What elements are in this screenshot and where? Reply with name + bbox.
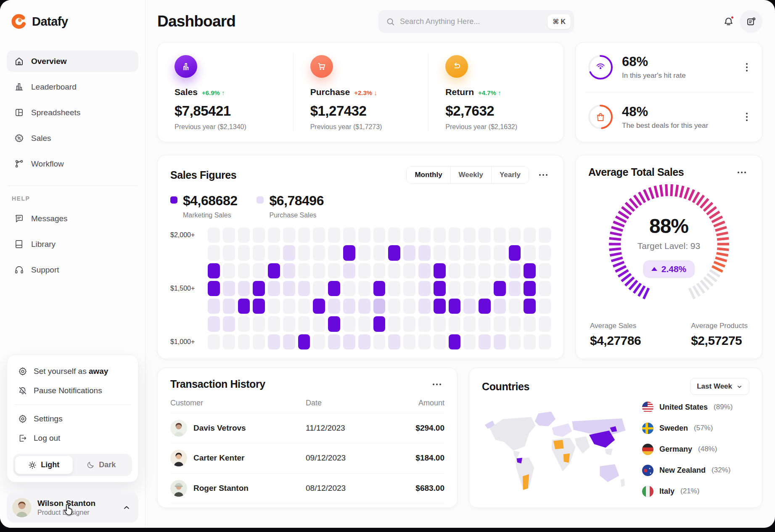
bar-chart-icon [14,82,24,92]
heatmap-cell [223,263,235,278]
heatmap-cell [434,299,446,314]
heatmap-cell [479,316,491,331]
heatmap-cell [358,263,370,278]
sidebar-item-library[interactable]: Library [7,233,138,255]
heatmap-cell [539,299,551,314]
heatmap-cell [463,299,476,314]
world-map [482,401,632,498]
heatmap-cell [388,299,400,314]
return-kpi-icon [445,55,468,78]
search-input[interactable] [400,17,542,26]
heatmap-row-label [170,316,205,331]
heatmap-cell [358,316,370,331]
heatmap-cell [253,263,265,278]
heatmap-cell [509,228,521,243]
heatmap-cell [253,228,265,243]
kpi-value: $1,27432 [310,103,420,119]
heatmap-cell [238,299,250,314]
heatmap-cell [283,316,295,331]
menu-item-set-away[interactable]: Set yourself as away [13,362,132,381]
sidebar-item-spreadsheets[interactable]: Spreadsheets [7,102,138,123]
triangle-up-icon [651,267,657,271]
kebab-menu-button[interactable] [743,60,751,75]
new-zealand-flag-icon [642,465,653,476]
top-bar: Dashboard ⌘ K [157,10,762,33]
heatmap-cell [253,334,265,349]
world-map-svg [482,406,632,492]
heatmap-cell [328,334,340,349]
sidebar-item-messages[interactable]: Messages [7,208,138,229]
customer-name: Davis Vetrovs [193,423,246,433]
kebab-menu-button[interactable] [734,168,749,177]
heatmap-cell [358,334,370,349]
heatmap-cell [418,281,431,296]
heatmap-cell [238,334,250,349]
user-menu-popup: Set yourself as away Pause Notifications… [7,355,138,482]
menu-item-pause-notifications[interactable]: Pause Notifications [13,381,132,400]
best-deals-ring [587,103,614,131]
heatmap-cell [268,316,280,331]
menu-item-settings[interactable]: Settings [13,409,132,429]
tab-yearly[interactable]: Yearly [491,167,529,183]
heatmap-cell [539,245,551,260]
tab-weekly[interactable]: Weekly [450,167,491,183]
transaction-date: 09/12/2023 [306,453,392,463]
kpi-card: Sales +6.9% ↑ $7,85421 Previous year ($2… [157,42,564,142]
popup-divider [15,405,130,405]
sidebar-item-overview[interactable]: Overview [7,50,138,72]
country-name: Italy [659,487,674,496]
menu-item-logout[interactable]: Log out [13,429,132,448]
heatmap-cell [494,245,506,260]
kebab-menu-button[interactable] [536,171,551,179]
heatmap-cell [539,228,551,243]
badge-percent-icon [14,133,24,143]
legend-value: $6,78496 [269,193,323,209]
heatmap-cell [388,245,400,260]
table-header: Customer Date Amount [170,399,444,413]
hit-rate-ring [587,53,614,81]
heatmap-cell [283,228,295,243]
sidebar-item-sales[interactable]: Sales [7,127,138,149]
country-percent: (57%) [694,424,713,432]
heatmap-cell [208,299,220,314]
period-tabs: Monthly Weekly Yearly [406,166,529,184]
tab-monthly[interactable]: Monthly [407,167,450,183]
heatmap-cell [208,263,220,278]
heatmap-cell [343,334,355,349]
heatmap-cell [463,263,476,278]
heatmap-cell [434,281,446,296]
heatmap-row-label: $1,000+ [170,334,205,349]
help-nav: Messages Library Support [7,208,138,281]
country-name: United States [659,403,708,412]
heatmap-cell [524,245,536,260]
datafy-logo-icon [11,13,27,29]
kebab-menu-button[interactable] [743,109,751,124]
sales-figures-card: Sales Figures Monthly Weekly Yearly $4,6… [157,155,564,359]
user-profile[interactable]: Wilson Stanton Product Designer [7,492,138,523]
bottom-row: Transaction History Customer Date Amount… [157,368,762,508]
heatmap-cell [343,263,355,278]
theme-light-button[interactable]: Light [15,456,73,474]
purchase-kpi-icon [310,55,333,78]
kpi-value: $2,7632 [445,103,555,119]
notifications-button[interactable] [717,10,740,33]
average-products-stat: Average Products $2,57275 [691,322,748,348]
kebab-menu-button[interactable] [429,380,444,389]
time-filter-dropdown[interactable]: Last Week [690,378,749,395]
heatmap-cell [253,316,265,331]
transaction-history-card: Transaction History Customer Date Amount… [157,368,458,508]
heatmap-cell [434,316,446,331]
germany-flag-icon [642,444,653,455]
heatmap-cell [223,316,235,331]
sidebar-item-support[interactable]: Support [7,259,138,281]
theme-dark-button[interactable]: Dark [73,456,130,474]
sidebar-item-leaderboard[interactable]: Leaderboard [7,76,138,98]
sidebar-item-workflow[interactable]: Workflow [7,153,138,175]
panel-menu-button[interactable] [740,10,762,33]
search-bar[interactable]: ⌘ K [378,10,574,33]
heatmap-cell [463,245,476,260]
heatmap-cell [509,263,521,278]
heatmap-cell [313,281,325,296]
avatar [170,450,187,466]
heatmap-cell [434,334,446,349]
